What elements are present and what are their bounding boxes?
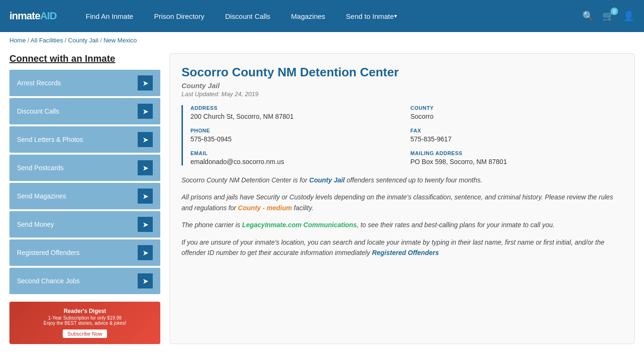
email-value: emaldonado@co.socorro.nm.us	[190, 158, 403, 165]
info-phone: PHONE 575-835-0945	[190, 128, 403, 143]
sidebar-arrow-send-postcards: ➤	[138, 160, 153, 175]
address-label: ADDRESS	[190, 105, 403, 111]
sidebar-arrow-registered-offenders: ➤	[138, 245, 153, 260]
navbar: inmateAID Find An Inmate Prison Director…	[0, 0, 644, 32]
sidebar-arrow-second-chance-jobs: ➤	[138, 273, 153, 288]
nav-send-to-inmate[interactable]: Send to Inmate	[336, 0, 407, 32]
cart-icon[interactable]: 🛒 0	[603, 10, 614, 22]
fax-label: FAX	[411, 128, 623, 133]
facility-content: Socorro County NM Detention Center Count…	[170, 53, 635, 344]
nav-find-inmate[interactable]: Find An Inmate	[75, 0, 144, 32]
sidebar-arrow-arrest-records: ➤	[138, 75, 153, 90]
county-jail-link[interactable]: County Jail	[309, 176, 345, 184]
fax-value: 575-835-9617	[411, 135, 623, 143]
breadcrumb-county-jail[interactable]: County Jail	[68, 37, 98, 44]
nav-links: Find An Inmate Prison Directory Discount…	[75, 0, 582, 32]
info-address: ADDRESS 200 Church St, Socorro, NM 87801	[190, 105, 403, 120]
legacy-inmate-link[interactable]: LegacyInmate.com Communications	[242, 221, 357, 229]
facility-updated: Last Updated: May 24, 2019	[182, 90, 623, 98]
ad-readers-digest: Reader's Digest	[43, 308, 126, 314]
info-fax: FAX 575-835-9617	[411, 128, 623, 143]
desc-para-1: Socorro County NM Detention Center is fo…	[182, 175, 623, 185]
info-mailing: MAILING ADDRESS PO Box 598, Socorro, NM …	[411, 150, 623, 165]
desc-para-2: All prisons and jails have Security or C…	[182, 192, 623, 213]
registered-offenders-link[interactable]: Registered Offenders	[372, 249, 439, 256]
ad-line2: Enjoy the BEST stories, advice & jokes!	[43, 321, 126, 326]
breadcrumb-all-facilities[interactable]: All Facilities	[31, 37, 63, 44]
sidebar: Connect with an Inmate Arrest Records ➤ …	[9, 53, 160, 344]
sidebar-ad: Reader's Digest 1-Year Subscription for …	[9, 302, 160, 344]
phone-label: PHONE	[190, 128, 403, 133]
logo-text: inmateAID	[9, 10, 57, 22]
info-county: COUNTY Socorro	[411, 105, 623, 120]
desc-para-3: The phone carrier is LegacyInmate.com Co…	[182, 220, 623, 230]
ad-line1: 1-Year Subscription for only $19.98	[43, 315, 126, 321]
address-value: 200 Church St, Socorro, NM 87801	[190, 113, 403, 120]
breadcrumb-home[interactable]: Home	[9, 37, 26, 44]
logo[interactable]: inmateAID	[9, 10, 57, 22]
facility-description: Socorro County NM Detention Center is fo…	[182, 175, 623, 258]
nav-magazines[interactable]: Magazines	[281, 0, 336, 32]
sidebar-item-send-money[interactable]: Send Money ➤	[9, 211, 160, 238]
desc-para-4: If you are unsure of your inmate’s locat…	[182, 237, 623, 258]
email-label: EMAIL	[190, 150, 403, 156]
sidebar-title: Connect with an Inmate	[9, 53, 160, 64]
nav-icons: 🔍 🛒 0 👤	[582, 10, 635, 22]
breadcrumb-new-mexico[interactable]: New Mexico	[103, 37, 137, 44]
main-layout: Connect with an Inmate Arrest Records ➤ …	[0, 49, 644, 349]
mailing-label: MAILING ADDRESS	[411, 150, 623, 156]
county-value: Socorro	[411, 113, 623, 120]
sidebar-item-arrest-records[interactable]: Arrest Records ➤	[9, 70, 160, 96]
facility-title: Socorro County NM Detention Center	[182, 65, 623, 80]
mailing-value: PO Box 598, Socorro, NM 87801	[411, 158, 623, 165]
sidebar-arrow-send-magazines: ➤	[138, 189, 153, 204]
county-label: COUNTY	[411, 105, 623, 111]
ad-subscribe-button[interactable]: Subscribe Now	[63, 329, 107, 338]
sidebar-arrow-send-money: ➤	[138, 217, 153, 232]
nav-prison-directory[interactable]: Prison Directory	[144, 0, 215, 32]
cart-badge: 0	[611, 8, 618, 15]
sidebar-arrow-discount-calls: ➤	[138, 104, 153, 119]
user-icon[interactable]: 👤	[623, 10, 635, 22]
sidebar-item-send-postcards[interactable]: Send Postcards ➤	[9, 155, 160, 181]
sidebar-item-second-chance-jobs[interactable]: Second Chance Jobs ➤	[9, 268, 160, 294]
sidebar-item-discount-calls[interactable]: Discount Calls ➤	[9, 98, 160, 124]
county-medium-link[interactable]: County - medium	[238, 204, 292, 212]
breadcrumb: Home / All Facilities / County Jail / Ne…	[0, 32, 644, 49]
sidebar-menu: Arrest Records ➤ Discount Calls ➤ Send L…	[9, 70, 160, 294]
nav-discount-calls[interactable]: Discount Calls	[215, 0, 281, 32]
sidebar-arrow-send-letters: ➤	[138, 132, 153, 147]
sidebar-item-send-magazines[interactable]: Send Magazines ➤	[9, 183, 160, 209]
info-grid: ADDRESS 200 Church St, Socorro, NM 87801…	[182, 105, 623, 165]
info-email: EMAIL emaldonado@co.socorro.nm.us	[190, 150, 403, 165]
search-icon[interactable]: 🔍	[582, 10, 594, 22]
sidebar-item-registered-offenders[interactable]: Registered Offenders ➤	[9, 239, 160, 266]
phone-value: 575-835-0945	[190, 135, 403, 143]
sidebar-item-send-letters[interactable]: Send Letters & Photos ➤	[9, 126, 160, 153]
facility-subtitle: County Jail	[182, 82, 623, 90]
